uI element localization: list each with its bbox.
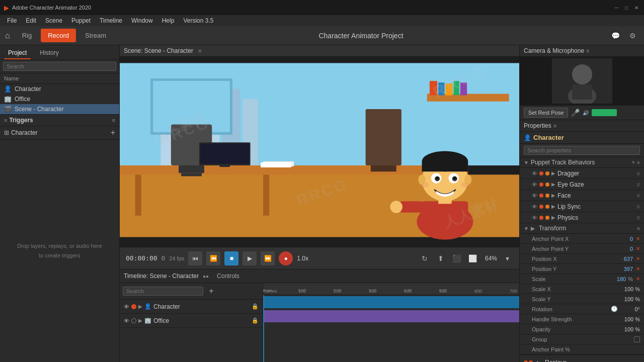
svg-rect-33 xyxy=(422,161,468,171)
prop-pos-y: Position Y 397 ✕ xyxy=(520,264,644,274)
step-forward-button[interactable]: ⏩ xyxy=(261,251,275,265)
anchor-y-clear[interactable]: ✕ xyxy=(636,246,640,251)
beh-menu-lipsync[interactable]: ≡ xyxy=(636,203,640,210)
triggers-add-icon[interactable]: + xyxy=(111,128,115,137)
transform-menu-icon[interactable]: ≡ xyxy=(637,226,640,231)
anchor-x-value[interactable]: 0 xyxy=(618,236,633,242)
tab-history[interactable]: History xyxy=(36,47,62,59)
comment-icon[interactable]: 💬 xyxy=(609,29,622,42)
anchor-y-value[interactable]: 0 xyxy=(618,246,633,252)
close-button[interactable]: ✕ xyxy=(633,4,640,11)
step-back-button[interactable]: ⏪ xyxy=(206,251,220,265)
split-icon[interactable]: ⬛ xyxy=(451,252,463,264)
replay-expand-icon[interactable]: ▶ xyxy=(537,359,541,363)
group-checkbox[interactable] xyxy=(634,336,640,342)
scene-header-menu[interactable]: ≡ xyxy=(198,48,201,54)
beh-vis-face[interactable]: 👁 xyxy=(532,193,537,199)
record-button[interactable]: ● xyxy=(279,251,293,265)
beh-menu-eyegaze[interactable]: ≡ xyxy=(636,181,640,188)
project-item-character[interactable]: 👤 Character xyxy=(0,84,119,94)
tab-stream[interactable]: Stream xyxy=(78,29,113,42)
loop-icon[interactable]: ↻ xyxy=(419,252,431,264)
rest-pose-button[interactable]: Set Rest Pose xyxy=(524,108,568,118)
opacity-value[interactable]: 100 % xyxy=(620,326,640,332)
beh-chevron-face[interactable]: ▶ xyxy=(551,193,555,198)
track-vis-eye-office[interactable]: 👁 xyxy=(124,318,129,324)
stop-button[interactable]: ■ xyxy=(224,251,238,265)
beh-chevron-physics[interactable]: ▶ xyxy=(551,215,555,220)
transform-section-header[interactable]: ▼ ▶ Transform ≡ xyxy=(520,223,644,234)
prop-scale-x: Scale X 100 % xyxy=(520,284,644,294)
menu-scene[interactable]: Scene xyxy=(41,16,66,25)
pos-y-value[interactable]: 397 xyxy=(618,266,633,272)
menu-bar: File Edit Scene Puppet Timeline Window H… xyxy=(0,15,644,26)
export-icon[interactable]: ⬆ xyxy=(435,252,447,264)
project-item-office[interactable]: 🏢 Office xyxy=(0,94,119,104)
properties-section: Properties ≡ 👤 Character ▼ Puppet Track … xyxy=(520,120,644,354)
tab-rig[interactable]: Rig xyxy=(15,29,39,42)
beh-chevron-eyegaze[interactable]: ▶ xyxy=(551,182,555,187)
main-layout: Project History Name 👤 Character 🏢 Offic… xyxy=(0,45,644,362)
menu-file[interactable]: File xyxy=(3,16,21,25)
beh-menu-face[interactable]: ≡ xyxy=(636,192,640,199)
pos-y-clear[interactable]: ✕ xyxy=(636,266,640,272)
beh-vis-dragger[interactable]: 👁 xyxy=(532,170,537,176)
menu-puppet[interactable]: Puppet xyxy=(67,16,95,25)
maximize-button[interactable]: □ xyxy=(623,4,630,11)
pos-x-value[interactable]: 637 xyxy=(618,256,633,262)
anchor-x-clear[interactable]: ✕ xyxy=(636,236,640,241)
home-button[interactable]: ⌂ xyxy=(5,31,10,40)
project-item-scene-character[interactable]: 🎬 Scene - Character xyxy=(0,104,119,114)
project-search-input[interactable] xyxy=(3,62,116,71)
beh-name-eyegaze: Eye Gaze xyxy=(557,181,634,188)
menu-edit[interactable]: Edit xyxy=(22,16,40,25)
play-button[interactable]: ▶ xyxy=(243,251,257,265)
pos-x-clear[interactable]: ✕ xyxy=(636,256,640,261)
ruler-time-015: 0:15 xyxy=(369,288,377,293)
triggers-menu-btn[interactable]: ≡ xyxy=(112,117,115,123)
track-clip-character[interactable] xyxy=(263,296,519,308)
zoom-dropdown-icon[interactable]: ▾ xyxy=(501,252,513,264)
tab-record[interactable]: Record xyxy=(41,29,76,42)
track-expand-char[interactable]: ▶ xyxy=(138,304,142,309)
puppet-track-menu-icon[interactable]: ≡ xyxy=(637,160,640,165)
svg-rect-27 xyxy=(460,82,467,95)
triggers-menu-icon: ≡ xyxy=(4,117,7,123)
fullscreen-icon[interactable]: ⬜ xyxy=(467,252,479,264)
settings-icon[interactable]: ⚙ xyxy=(626,29,639,42)
properties-menu-icon[interactable]: ≡ xyxy=(553,123,556,129)
menu-timeline[interactable]: Timeline xyxy=(96,16,126,25)
scale-x-value[interactable]: 100 % xyxy=(620,286,640,292)
beh-vis-eyegaze[interactable]: 👁 xyxy=(532,182,537,188)
beh-menu-physics[interactable]: ≡ xyxy=(636,214,640,221)
scale-y-value[interactable]: 100 % xyxy=(620,296,640,302)
menu-window[interactable]: Window xyxy=(127,16,157,25)
svg-rect-13 xyxy=(179,165,204,173)
prop-search-input[interactable] xyxy=(524,146,640,155)
beh-vis-lipsync[interactable]: 👁 xyxy=(532,204,537,210)
track-clip-office[interactable] xyxy=(263,310,519,322)
beh-menu-dragger[interactable]: ≡ xyxy=(636,170,640,177)
tab-project[interactable]: Project xyxy=(4,47,31,59)
skip-to-start-button[interactable]: ⏮ xyxy=(188,251,202,265)
timeline-controls-tab[interactable]: Controls xyxy=(213,272,244,281)
scale-value[interactable]: 180 xyxy=(611,276,626,282)
track-puppet-icon-char: 🔒 xyxy=(252,303,259,310)
menu-help[interactable]: Help xyxy=(158,16,179,25)
rotation-value[interactable]: 0° xyxy=(620,306,640,312)
puppet-track-section-header[interactable]: ▼ Puppet Track Behaviors + ≡ xyxy=(520,157,644,168)
camera-menu-icon[interactable]: ≡ xyxy=(586,48,589,54)
beh-vis-physics[interactable]: 👁 xyxy=(532,215,537,221)
timeline-add-icon[interactable]: + xyxy=(205,285,217,297)
handle-strength-value[interactable]: 100 % xyxy=(620,316,640,322)
puppet-track-add-icon[interactable]: + xyxy=(631,159,635,166)
minimize-button[interactable]: ─ xyxy=(613,4,620,11)
timeline-search-input[interactable] xyxy=(123,287,203,296)
track-expand-office[interactable]: ▶ xyxy=(138,318,142,323)
beh-chevron-dragger[interactable]: ▶ xyxy=(551,170,555,176)
svg-rect-20 xyxy=(366,109,401,165)
scale-clear[interactable]: ✕ xyxy=(636,276,640,282)
char-name-icon: 👤 xyxy=(524,134,531,141)
track-vis-eye-char[interactable]: 👁 xyxy=(124,304,129,310)
beh-chevron-lipsync[interactable]: ▶ xyxy=(551,204,555,209)
